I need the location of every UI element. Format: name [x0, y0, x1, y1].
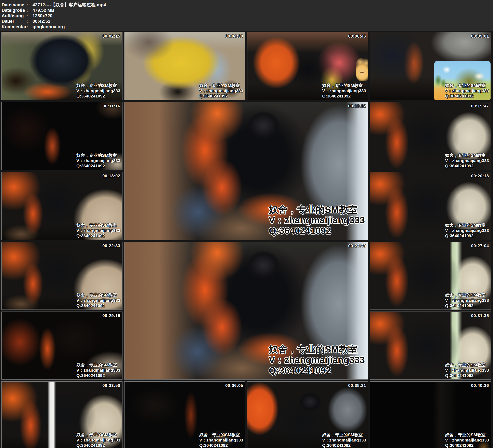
timestamp-overlay: 00:04:30	[225, 34, 243, 39]
watermark-line: V：zhangmaijiang333	[199, 88, 243, 93]
comment-value: qinglanhua.org	[33, 24, 65, 29]
watermark-line: 奴舍，专业的SM教室	[269, 344, 365, 355]
file-size-value: 479.52 MB	[33, 8, 55, 13]
video-thumbnail: 00:02:15 奴舍，专业的SM教室 V：zhangmaijiang333 Q…	[1, 32, 123, 100]
file-info-label: Auflösung	[2, 13, 26, 19]
watermark-line: Q:3640241092	[445, 93, 489, 99]
watermark-line: V：zhangmaijiang333	[76, 298, 120, 303]
watermark-line: Q:3640241092	[199, 443, 243, 448]
watermark-line: V：zhangmaijiang333	[76, 228, 120, 233]
video-thumbnail-large: 00:13:32 奴舍，专业的SM教室 V：zhangmaijiang333 Q…	[124, 102, 368, 240]
timestamp-overlay: 00:15:47	[471, 104, 489, 108]
watermark: 奴舍，专业的SM教室 V：zhangmaijiang333 Q:36402410…	[445, 223, 489, 238]
file-info-row: Dateiname : 42712----【奴舍】客户运输过程.mp4	[2, 2, 493, 8]
watermark-line: Q:3640241092	[445, 233, 489, 238]
watermark-line: V：zhangmaijiang333	[269, 215, 365, 225]
watermark-line: 奴舍，专业的SM教室	[199, 432, 243, 437]
resolution-value: 1280x720	[33, 13, 52, 19]
video-thumbnail: 00:27:04 奴舍，专业的SM教室 V：zhangmaijiang333 Q…	[370, 242, 491, 310]
watermark-line: V：zhangmaijiang333	[76, 437, 120, 443]
watermark: 奴舍，专业的SM教室 V：zhangmaijiang333 Q:36402410…	[445, 292, 489, 308]
watermark-line: 奴舍，专业的SM教室	[322, 432, 366, 437]
watermark-line: 奴舍，专业的SM教室	[76, 432, 120, 437]
watermark-line: V：zhangmaijiang333	[199, 437, 243, 443]
video-thumbnail: 00:06:46 奴舍，专业的SM教室 V：zhangmaijiang333 Q…	[247, 32, 368, 100]
watermark-line: Q:3640241092	[322, 443, 366, 448]
file-info-separator: :	[26, 19, 33, 24]
file-info-label: Dateigröße	[2, 8, 26, 13]
file-info-header: Dateiname : 42712----【奴舍】客户运输过程.mp4 Date…	[0, 0, 493, 31]
watermark: 奴舍，专业的SM教室 V：zhangmaijiang333 Q:36402410…	[445, 432, 489, 448]
timestamp-overlay: 00:33:50	[102, 383, 120, 388]
timestamp-overlay: 00:38:21	[348, 383, 366, 388]
thumbnail-grid: 00:02:15 奴舍，专业的SM教室 V：zhangmaijiang333 Q…	[1, 32, 493, 448]
file-info-label: Dauer	[2, 19, 26, 24]
video-thumbnail: 00:18:02 奴舍，专业的SM教室 V：zhangmaijiang333 Q…	[1, 172, 123, 240]
watermark-line: Q:3640241092	[76, 93, 120, 99]
timestamp-overlay: 00:29:19	[102, 313, 120, 318]
video-thumbnail: 00:22:33 奴舍，专业的SM教室 V：zhangmaijiang333 Q…	[1, 242, 123, 310]
timestamp-overlay: 00:36:05	[225, 383, 243, 388]
video-thumbnail: 00:36:05 奴舍，专业的SM教室 V：zhangmaijiang333 Q…	[124, 381, 245, 448]
timestamp-overlay: 00:06:46	[348, 34, 366, 39]
file-info-row: Dauer : 00:42:52	[2, 19, 493, 24]
watermark-line: 奴舍，专业的SM教室	[445, 153, 489, 158]
timestamp-overlay: 00:31:35	[471, 313, 489, 318]
watermark-line: Q:3640241092	[76, 303, 120, 308]
video-thumbnail: 00:09:01 奴舍，专业的SM教室 V：zhangmaijiang333 Q…	[370, 32, 491, 100]
video-thumbnail-large: 00:24:49 奴舍，专业的SM教室 V：zhangmaijiang333 Q…	[124, 242, 368, 380]
file-info-separator: :	[26, 8, 33, 13]
video-thumbnail: 00:40:36 奴舍，专业的SM教室 V：zhangmaijiang333 Q…	[370, 381, 491, 448]
video-thumbnail: 00:38:21 奴舍，专业的SM教室 V：zhangmaijiang333 Q…	[247, 381, 368, 448]
watermark-line: 奴舍，专业的SM教室	[445, 362, 489, 368]
watermark: 奴舍，专业的SM教室 V：zhangmaijiang333 Q:36402410…	[76, 83, 120, 99]
watermark-line: 奴舍，专业的SM教室	[445, 223, 489, 228]
cartoon-cat-sticker	[356, 58, 368, 81]
watermark: 奴舍，专业的SM教室 V：zhangmaijiang333 Q:36402410…	[322, 83, 366, 99]
file-info-separator: :	[26, 24, 33, 29]
watermark-line: 奴舍，专业的SM教室	[322, 83, 366, 88]
timestamp-overlay: 00:20:18	[471, 173, 489, 178]
watermark-line: Q:3640241092	[76, 443, 120, 448]
watermark-line: 奴舍，专业的SM教室	[76, 292, 120, 298]
watermark-line: 奴舍，专业的SM教室	[76, 153, 120, 158]
watermark: 奴舍，专业的SM教室 V：zhangmaijiang333 Q:36402410…	[269, 204, 365, 236]
timestamp-overlay: 00:11:16	[102, 104, 120, 108]
watermark: 奴舍，专业的SM教室 V：zhangmaijiang333 Q:36402410…	[76, 362, 120, 378]
timestamp-overlay: 00:27:04	[471, 243, 489, 248]
watermark: 奴舍，专业的SM教室 V：zhangmaijiang333 Q:36402410…	[76, 432, 120, 448]
watermark-line: V：zhangmaijiang333	[76, 158, 120, 163]
watermark-line: Q:3640241092	[199, 93, 243, 99]
watermark-line: Q:3640241092	[76, 373, 120, 378]
video-thumbnail: 00:15:47 奴舍，专业的SM教室 V：zhangmaijiang333 Q…	[370, 102, 491, 170]
watermark-line: Q:3640241092	[445, 373, 489, 378]
video-thumbnail: 00:04:30 奴舍，专业的SM教室 V：zhangmaijiang333 Q…	[124, 32, 245, 100]
watermark: 奴舍，专业的SM教室 V：zhangmaijiang333 Q:36402410…	[445, 83, 489, 99]
watermark-line: Q:3640241092	[322, 93, 366, 99]
watermark: 奴舍，专业的SM教室 V：zhangmaijiang333 Q:36402410…	[445, 362, 489, 378]
watermark-line: 奴舍，专业的SM教室	[199, 83, 243, 88]
watermark-line: Q:3640241092	[76, 163, 120, 168]
timestamp-overlay: 00:09:01	[471, 34, 489, 39]
watermark-line: Q:3640241092	[269, 365, 365, 376]
watermark: 奴舍，专业的SM教室 V：zhangmaijiang333 Q:36402410…	[269, 344, 365, 376]
video-thumbnail: 00:11:16 奴舍，专业的SM教室 V：zhangmaijiang333 Q…	[1, 102, 123, 170]
watermark-line: 奴舍，专业的SM教室	[445, 292, 489, 298]
watermark-line: V：zhangmaijiang333	[322, 88, 366, 93]
timestamp-overlay: 00:02:15	[102, 34, 120, 39]
timestamp-overlay: 00:18:02	[102, 173, 120, 178]
watermark: 奴舍，专业的SM教室 V：zhangmaijiang333 Q:36402410…	[199, 432, 243, 448]
watermark: 奴舍，专业的SM教室 V：zhangmaijiang333 Q:36402410…	[76, 292, 120, 308]
watermark-line: 奴舍，专业的SM教室	[269, 204, 365, 215]
video-thumbnail: 00:31:35 奴舍，专业的SM教室 V：zhangmaijiang333 Q…	[370, 312, 491, 380]
video-thumbnail: 00:20:18 奴舍，专业的SM教室 V：zhangmaijiang333 Q…	[370, 172, 491, 240]
video-thumbnail: 00:29:19 奴舍，专业的SM教室 V：zhangmaijiang333 Q…	[1, 312, 123, 380]
file-info-row: Kommentar : qinglanhua.org	[2, 24, 493, 29]
watermark-line: 奴舍，专业的SM教室	[76, 83, 120, 88]
watermark-line: V：zhangmaijiang333	[322, 437, 366, 443]
file-info-label: Dateiname	[2, 2, 26, 8]
watermark-line: 奴舍，专业的SM教室	[445, 83, 489, 88]
duration-value: 00:42:52	[33, 19, 50, 24]
timestamp-overlay: 00:24:49	[348, 243, 366, 248]
watermark-line: Q:3640241092	[445, 443, 489, 448]
